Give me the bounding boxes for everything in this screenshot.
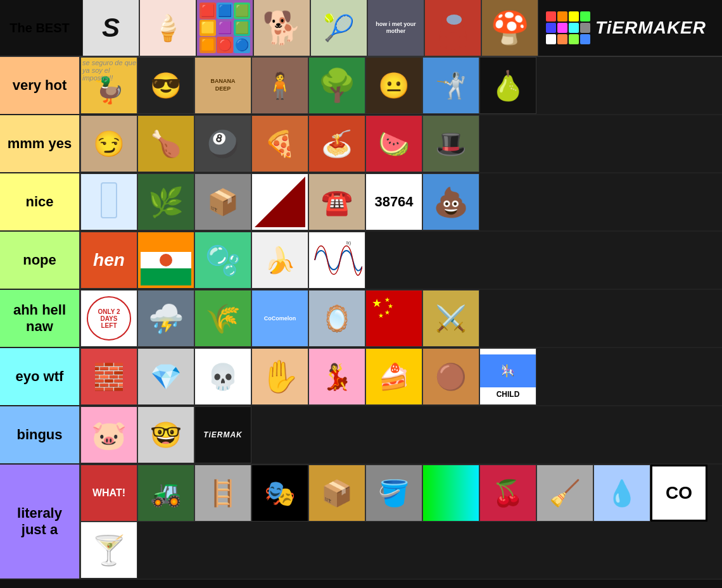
among-us-item[interactable]: 🟥 🟦 🟩 🟨 🟪 🟩 🟧 🔴 🔵 (196, 0, 253, 56)
s-item[interactable]: S (82, 0, 139, 56)
items-bingus: 🐷 🤓 TiERMAK (79, 406, 722, 463)
item-anon[interactable]: 🎭 (251, 465, 308, 522)
child-text: CHILD (497, 390, 520, 399)
header-items: S 🍦 🟥 🟦 🟩 🟨 🟪 🟩 🟧 🔴 🔵 (79, 0, 722, 56)
items-eyo: 🧱 💎 💀 ✋ 💃 🍰 🟤 🎠 (79, 348, 722, 405)
item-when[interactable]: hen (80, 232, 137, 289)
label-nice: nice (0, 173, 79, 230)
item-sine-wave[interactable]: b) (308, 232, 365, 289)
item-china-flag[interactable]: ★ ★ ★ ★ ★ (365, 290, 422, 347)
item-camo-hat[interactable]: 🎩 (422, 115, 479, 172)
row-mmmyes: mmm yes 😏 🍗 🎱 🍕 🍝 🍉 🎩 (0, 115, 722, 173)
item-spaghetti[interactable]: 🍝 (308, 115, 365, 172)
items-veryhot: se seguro de que ya soy el impostor!! 🦆 … (79, 57, 722, 114)
item-nuggets[interactable]: 🍗 (137, 115, 194, 172)
item-co-text[interactable]: CO (650, 465, 707, 522)
item-38764[interactable]: 38764 (365, 173, 422, 230)
item-skeleton[interactable]: 💀 (194, 348, 251, 405)
header-row: The BEST S 🍦 🟥 🟦 🟩 🟨 🟪 🟩 🟧 (0, 0, 722, 57)
row-veryhot: very hot se seguro de que ya soy el impo… (0, 57, 722, 115)
header-label: The BEST (0, 0, 79, 56)
item-green-field[interactable]: 🌾 (194, 290, 251, 347)
items-nope: hen 🫧 🍌 b) (79, 232, 722, 289)
item-cleaning[interactable]: 🧹 (536, 465, 593, 522)
label-eyo: eyo wtf (0, 348, 79, 405)
item-green-tree[interactable]: 🌳 (308, 57, 365, 114)
item-green-gradient[interactable] (422, 465, 479, 522)
item-metal-box[interactable]: 📦 (194, 173, 251, 230)
item-meme-face[interactable]: 😏 (80, 115, 137, 172)
svg-rect-2 (440, 36, 446, 47)
label-mmmyes: mmm yes (0, 115, 79, 172)
item-action-figure[interactable]: 🤺 (422, 57, 479, 114)
item-cardboard-box[interactable]: 📦 (308, 465, 365, 522)
item-nose-piercing[interactable]: 💎 (137, 348, 194, 405)
item-dark-man[interactable]: 😐 (365, 57, 422, 114)
label-nope: nope (0, 232, 79, 289)
item-lego-kid[interactable]: 🧱 (80, 348, 137, 405)
svg-rect-5 (101, 183, 117, 218)
item-hand[interactable]: ✋ (251, 348, 308, 405)
hand-tennis-item[interactable]: 🎾 (310, 0, 367, 56)
svg-text:b): b) (346, 240, 351, 246)
item-man-tshirt[interactable]: 🧍 (251, 57, 308, 114)
amogus-red-item[interactable] (424, 0, 481, 56)
items-ahh: ONLY 2 DAYS LEFT ⛈️ 🌾 CoComelon 🪞 ★ ★ ★ … (79, 290, 722, 347)
row-bingus: bingus 🐷 🤓 TiERMAK (0, 406, 722, 465)
item-banana-tape[interactable]: 🍌 (251, 232, 308, 289)
item-minion-cupcake[interactable]: 🍰 (365, 348, 422, 405)
svg-marker-6 (255, 177, 305, 227)
item-cocomelon[interactable]: CoComelon (251, 290, 308, 347)
item-glass-cup[interactable] (80, 173, 137, 230)
item-tiermaker-shirt[interactable]: TiERMAK (194, 406, 251, 463)
label-bingus: bingus (0, 406, 79, 463)
item-old-phone[interactable]: ☎️ (308, 173, 365, 230)
row-eyo: eyo wtf 🧱 💎 💀 ✋ 💃 🍰 🟤 (0, 348, 722, 406)
item-poop-emoji[interactable]: 💩 (422, 173, 479, 230)
dog-item[interactable]: 🐕 (253, 0, 310, 56)
item-toy-tractor[interactable]: 🚜 (137, 465, 194, 522)
items-literaly: WHAT! 🚜 🪜 🎭 📦 🪣 🍒 🧹 (79, 465, 722, 579)
item-child[interactable]: 🎠 CHILD (479, 348, 536, 405)
item-colorful-balls[interactable]: 🎱 (194, 115, 251, 172)
item-brown-blob[interactable]: 🟤 (422, 348, 479, 405)
item-only2days[interactable]: ONLY 2 DAYS LEFT (80, 290, 137, 347)
item-cannabis-plant[interactable]: 🌿 (137, 173, 194, 230)
item-water-bottle[interactable]: 💧 (593, 465, 650, 522)
item-pop-it[interactable]: 🫧 (194, 232, 251, 289)
item-red-triangle[interactable] (251, 173, 308, 230)
mushroom-cloud-item[interactable]: 🍄 (481, 0, 538, 56)
item-storm[interactable]: ⛈️ (137, 290, 194, 347)
himym-text: how i met your mother (370, 21, 422, 35)
item-watermelon[interactable]: 🍉 (365, 115, 422, 172)
item-pink-cat[interactable]: 🐷 (80, 406, 137, 463)
item-cherry-drink[interactable]: 🍒 (479, 465, 536, 522)
row-nice: nice 🌿 📦 ☎️ 38764 (0, 173, 722, 232)
item-martini[interactable]: 🍸 (80, 522, 137, 579)
item-black-pear[interactable]: 🍐 (479, 57, 536, 114)
item-sunglasses-man[interactable]: 😎 (137, 57, 194, 114)
items-mmmyes: 😏 🍗 🎱 🍕 🍝 🍉 🎩 (79, 115, 722, 172)
item-what-sign[interactable]: WHAT! (80, 465, 137, 522)
item-bucket[interactable]: 🪣 (365, 465, 422, 522)
row-literaly: literaly just a WHAT! 🚜 🪜 🎭 📦 🪣 (0, 465, 722, 580)
items-nice: 🌿 📦 ☎️ 38764 💩 (79, 173, 722, 230)
item-glass-table[interactable]: 🪞 (308, 290, 365, 347)
the-best-title: The BEST (10, 21, 69, 35)
label-ahh: ahh hell naw (0, 290, 79, 347)
tier-table: The BEST S 🍦 🟥 🟦 🟩 🟨 🟪 🟩 🟧 (0, 0, 722, 580)
item-nerd-man[interactable]: 🤓 (137, 406, 194, 463)
item-cheerleader[interactable]: 💃 (308, 348, 365, 405)
item-duck[interactable]: se seguro de que ya soy el impostor!! 🦆 (80, 57, 137, 114)
item-pizza[interactable]: 🍕 (251, 115, 308, 172)
tiermaker-text: TiERMAKER (595, 18, 706, 38)
item-ladder[interactable]: 🪜 (194, 465, 251, 522)
tiermaker-grid-icon (546, 11, 590, 44)
item-niger-flag[interactable] (137, 232, 194, 289)
ice-cream-item[interactable]: 🍦 (139, 0, 196, 56)
item-lol-logo[interactable]: ⚔️ (422, 290, 479, 347)
item-banana-deep[interactable]: BANANADEEP (194, 57, 251, 114)
svg-rect-3 (459, 36, 466, 47)
himym-item[interactable]: how i met your mother (367, 0, 424, 56)
label-literaly: literaly just a (0, 465, 79, 579)
